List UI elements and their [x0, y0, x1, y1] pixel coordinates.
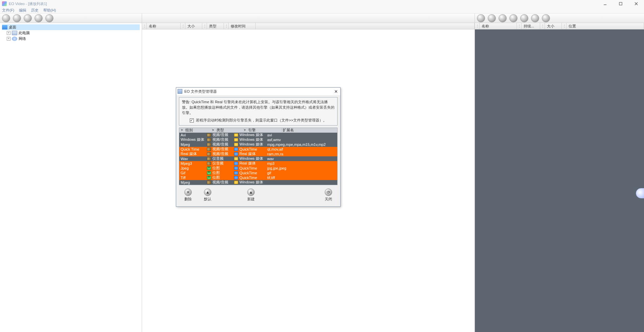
toolbar-button-r2[interactable]	[488, 14, 496, 22]
col-grip[interactable]: ⋮	[181, 23, 185, 29]
grid-rows[interactable]: Avi视频/音频Windows 媒体aviWindows 媒体视频/音频Wind…	[179, 133, 337, 185]
grid-header: ⋮▼ 组别 ⋮▼ 类型 ⋮▼ 引擎 ⋮ 扩展名	[179, 128, 337, 133]
col-grip[interactable]: ⋮	[142, 23, 147, 29]
col-pl-cont[interactable]: 持续...	[522, 23, 540, 29]
toolbar-button-2[interactable]	[13, 14, 21, 22]
show-on-startup-checkbox[interactable]	[190, 118, 194, 123]
tree-item-pc[interactable]: + 此电脑	[7, 30, 140, 36]
grid-row[interactable]: Windows 媒体视频/音频Windows 媒体asf,wmv	[179, 137, 337, 142]
col-type[interactable]: 类型	[207, 23, 224, 29]
file-type-manager-dialog: EO 文件类型管理器 ✕ 警告: QuickTime 和 Real 引擎尚未在此…	[176, 87, 341, 207]
col-grip[interactable]: ⋮	[224, 23, 229, 29]
warning-text: QuickTime 和 Real 引擎尚未在此计算机上安装。与该引擎相关的文件格…	[182, 100, 335, 115]
col-pl-loc[interactable]: 位置	[567, 23, 644, 29]
dialog-body: 警告: QuickTime 和 Real 引擎尚未在此计算机上安装。与该引擎相关…	[176, 95, 340, 206]
col-size[interactable]: 大小	[185, 23, 202, 29]
default-button[interactable]: ▲ 默认	[204, 189, 211, 202]
new-button[interactable]: ▲ 新建	[247, 189, 255, 202]
delete-button[interactable]: ✕ 删除	[184, 189, 192, 202]
grid-row[interactable]: Tiff位图QuickTimetif,tiff	[179, 175, 337, 180]
default-icon: ▲	[204, 189, 211, 196]
window-title: EO Video - [播放列表1]	[9, 1, 47, 6]
tree-root-desktop[interactable]: 桌面	[2, 24, 140, 30]
grid-row[interactable]: Mpeg视频/音频Windows 媒体mpg,mpeg,mpe,mpa,m15,…	[179, 142, 337, 147]
toolbar-button-5[interactable]	[45, 14, 53, 22]
col-extension[interactable]: 扩展名	[281, 128, 337, 133]
tree-item-label: 网络	[19, 36, 26, 41]
menu-file[interactable]: 文件(F)	[2, 8, 14, 13]
grid-row[interactable]: Avi视频/音频Windows 媒体avi	[179, 133, 337, 137]
toolbar-button-r5[interactable]	[520, 14, 528, 22]
tree-item-network[interactable]: + 网络	[7, 36, 140, 42]
folder-icon	[2, 25, 7, 29]
maximize-button[interactable]	[613, 0, 628, 7]
toolbar-button-r7[interactable]	[542, 14, 550, 22]
col-name[interactable]: 名称	[147, 23, 181, 29]
mid-toolbar	[142, 14, 475, 23]
col-pl-size[interactable]: 大小	[545, 23, 562, 29]
new-icon: ▲	[247, 189, 255, 196]
dialog-title-bar[interactable]: EO 文件类型管理器 ✕	[176, 88, 340, 95]
col-grip[interactable]: ⋮	[517, 23, 522, 29]
menu-history[interactable]: 历史	[31, 8, 39, 13]
playlist-body[interactable]	[475, 29, 644, 332]
menu-edit[interactable]: 编辑	[19, 8, 26, 13]
col-engine[interactable]: 引擎	[247, 128, 280, 133]
dialog-close-button[interactable]: ✕	[333, 88, 339, 94]
playlist-panel: ⋮ 名称 ⋮ 持续... ⋮ 大小 ⋮ 位置	[475, 14, 644, 332]
grid-row[interactable]: Quick Time视频/音频QuickTimeqt,mov,aif	[179, 147, 337, 152]
network-icon	[12, 37, 17, 41]
grid-row[interactable]: Real 媒体视频/音频Real 媒体ram,rm,ra	[179, 152, 337, 156]
checkbox-label: 若程序启动时检测到部分引擎丢失，则显示此窗口（文件>>文件类型管理器）。	[196, 118, 327, 123]
toolbar-button-r4[interactable]	[509, 14, 518, 22]
close-button[interactable]	[628, 0, 644, 7]
toolbar-button-r1[interactable]	[477, 14, 485, 22]
file-list-header: ⋮ 名称 ⋮ 大小 ⋮ 类型 ⋮ 修改时间	[142, 23, 475, 29]
toolbar-button-4[interactable]	[34, 14, 43, 22]
col-category[interactable]: 组别	[184, 128, 210, 133]
col-type[interactable]: 类型	[215, 128, 242, 133]
expand-icon[interactable]: +	[7, 37, 10, 41]
folder-tree[interactable]: 桌面 + 此电脑 + 网络	[0, 23, 142, 332]
delete-icon: ✕	[184, 189, 192, 196]
expand-icon[interactable]: +	[7, 31, 10, 35]
app-icon	[2, 1, 7, 6]
col-grip[interactable]: ⋮	[540, 23, 545, 29]
checkbox-row: 若程序启动时检测到部分引擎丢失，则显示此窗口（文件>>文件类型管理器）。	[182, 118, 335, 123]
col-spacer	[256, 23, 475, 29]
col-grip[interactable]: ⋮	[562, 23, 567, 29]
dialog-icon	[178, 89, 182, 94]
dialog-title: EO 文件类型管理器	[184, 89, 333, 94]
tree-item-label: 此电脑	[19, 30, 30, 36]
playlist-header: ⋮ 名称 ⋮ 持续... ⋮ 大小 ⋮ 位置	[475, 23, 644, 29]
close-icon: ⟳	[325, 189, 332, 196]
grid-row[interactable]: Jpeg位图QuickTimejpg,jpe,jpeg	[179, 166, 337, 171]
right-toolbar	[475, 14, 644, 23]
left-panel: 桌面 + 此电脑 + 网络	[0, 14, 142, 332]
col-pl-name[interactable]: 名称	[480, 23, 517, 29]
toolbar-button-r6[interactable]	[531, 14, 539, 22]
grid-row[interactable]: Wav仅音频Windows 媒体wav	[179, 156, 337, 161]
menu-bar: 文件(F) 编辑 历史 帮助(H)	[0, 7, 644, 14]
col-modified[interactable]: 修改时间	[229, 23, 256, 29]
tree-root-label: 桌面	[9, 25, 16, 30]
warning-lead: 警告:	[182, 100, 190, 104]
left-toolbar	[0, 14, 142, 23]
grid-row[interactable]: Mpeg3仅音频Real 媒体mp3	[179, 161, 337, 166]
svg-rect-1	[619, 2, 622, 5]
grid-row[interactable]: Gif位图QuickTimegif	[179, 171, 337, 175]
menu-help[interactable]: 帮助(H)	[43, 8, 56, 13]
minimize-button[interactable]	[597, 0, 613, 7]
title-bar: EO Video - [播放列表1]	[0, 0, 644, 7]
toolbar-button-r3[interactable]	[499, 14, 507, 22]
grid-row[interactable]: Mpeg视频/音频Windows 媒体	[179, 180, 337, 185]
col-grip[interactable]: ⋮	[475, 23, 480, 29]
close-dialog-button[interactable]: ⟳ 关闭	[325, 189, 332, 202]
toolbar-button-3[interactable]	[24, 14, 32, 22]
dialog-button-bar: ✕ 删除 ▲ 默认 ▲ 新建 ⟳ 关闭	[179, 185, 338, 204]
side-assist-bubble[interactable]	[636, 188, 644, 198]
toolbar-button-1[interactable]	[2, 14, 10, 22]
col-grip[interactable]: ⋮	[202, 23, 207, 29]
pc-icon	[12, 31, 17, 35]
warning-box: 警告: QuickTime 和 Real 引擎尚未在此计算机上安装。与该引擎相关…	[179, 97, 338, 126]
